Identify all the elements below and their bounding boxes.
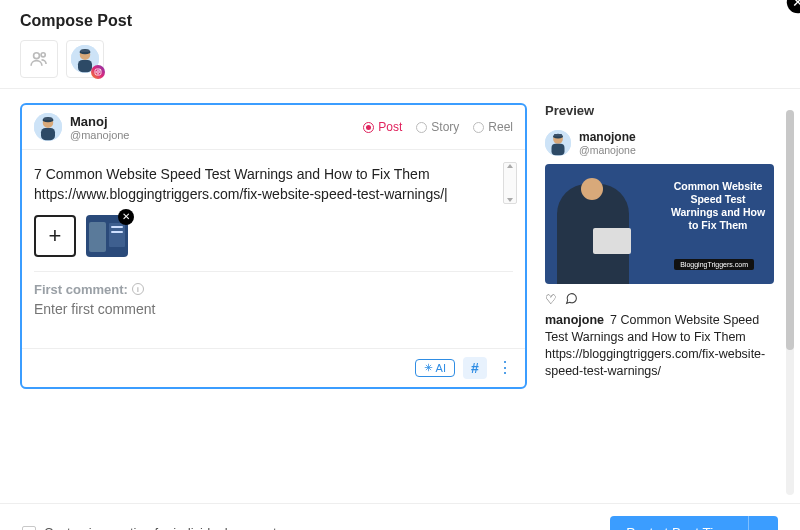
compose-textarea[interactable]: 7 Common Website Speed Test Warnings and… (22, 150, 525, 215)
preview-caption: manojone7 Common Website Speed Test Warn… (545, 312, 774, 380)
info-icon[interactable]: i (132, 283, 144, 295)
post-options-dropdown[interactable] (748, 516, 778, 530)
svg-point-5 (41, 53, 45, 57)
customise-caption-checkbox[interactable]: Customise caption for individual account… (22, 525, 283, 530)
author-name: Manoj (70, 114, 129, 129)
dialog-header: Compose Post (0, 0, 800, 40)
preview-image-badge: BloggingTriggers.com (674, 259, 754, 270)
more-options-icon[interactable]: ⋮ (495, 364, 515, 372)
sparkle-icon (424, 363, 433, 372)
preview-caption-user: manojone (545, 313, 604, 327)
add-account-chip[interactable] (20, 40, 58, 78)
remove-media-icon[interactable]: ✕ (118, 209, 134, 225)
author-handle: @manojone (70, 129, 129, 141)
dialog-footer: Customise caption for individual account… (0, 503, 800, 530)
preview-username: manojone (579, 130, 636, 144)
preview-scrollbar[interactable] (786, 110, 794, 495)
text-scrollbar[interactable] (503, 162, 517, 204)
scroll-up-icon (507, 164, 513, 168)
avatar-icon (545, 130, 571, 156)
compose-card: Manoj @manojone Post Story Reel 7 Common… (20, 103, 527, 389)
compose-text-content: 7 Common Website Speed Test Warnings and… (34, 164, 513, 205)
ai-button[interactable]: AI (415, 359, 455, 377)
people-icon (29, 49, 49, 69)
preview-image-headline: Common Website Speed Test Warnings and H… (670, 180, 766, 233)
accounts-bar (0, 40, 800, 89)
scroll-down-icon (507, 198, 513, 202)
account-chip-instagram[interactable] (66, 40, 104, 78)
hashtag-button[interactable]: # (463, 357, 487, 379)
preview-handle: @manojone (579, 144, 636, 156)
svg-point-8 (100, 70, 101, 71)
post-type-reel[interactable]: Reel (473, 120, 513, 134)
preview-actions: ♡ (545, 292, 774, 308)
post-type-post[interactable]: Post (363, 120, 402, 134)
customise-caption-label: Customise caption for individual account… (44, 525, 283, 530)
preview-card: manojone @manojone Common Website Speed … (545, 130, 774, 380)
preview-scroll-thumb[interactable] (786, 110, 794, 350)
preview-heading: Preview (545, 103, 774, 118)
instagram-badge-icon (91, 65, 105, 79)
svg-point-7 (97, 71, 100, 74)
post-best-time-button[interactable]: Post at Best Time (610, 516, 748, 530)
attachments-row: + ✕ (22, 215, 525, 271)
post-type-story[interactable]: Story (416, 120, 459, 134)
comment-icon[interactable] (565, 292, 578, 308)
add-media-button[interactable]: + (34, 215, 76, 257)
post-type-group: Post Story Reel (363, 120, 513, 134)
media-thumbnail[interactable]: ✕ (86, 215, 128, 257)
preview-image: Common Website Speed Test Warnings and H… (545, 164, 774, 284)
first-comment-input[interactable] (34, 301, 513, 317)
dialog-title: Compose Post (20, 12, 780, 30)
avatar-icon (34, 113, 62, 141)
first-comment-label: First comment: i (34, 282, 513, 297)
heart-icon[interactable]: ♡ (545, 292, 557, 308)
svg-point-4 (34, 53, 40, 59)
compose-author: Manoj @manojone (34, 113, 129, 141)
